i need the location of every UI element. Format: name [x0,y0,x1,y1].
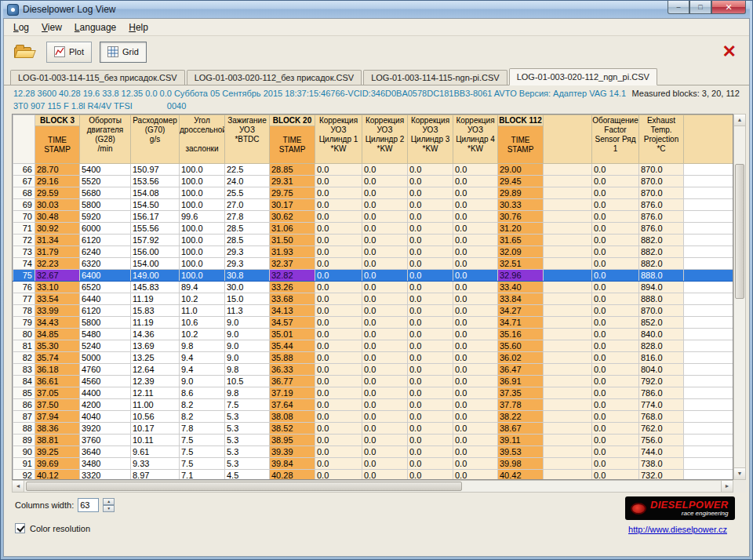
grid-corner-cell[interactable] [13,115,35,164]
grid-cell[interactable] [684,164,734,176]
column-header-5[interactable]: BLOCK 20TIME STAMP [270,115,315,164]
row-number-cell[interactable]: 68 [13,187,35,199]
column-header-10[interactable]: BLOCK 112TIME STAMP [498,115,544,164]
grid-cell[interactable]: 0.0 [408,258,453,270]
grid-cell[interactable]: 33.68 [270,293,315,305]
grid-cell[interactable]: 40.28 [270,470,315,481]
grid-cell[interactable]: 32.37 [270,258,315,270]
tab-0[interactable]: LOG-01-003-114-115_без присадок.CSV [10,70,185,85]
grid-cell[interactable]: 37.19 [270,387,315,399]
row-number-cell[interactable]: 81 [13,340,35,352]
tab-3[interactable]: LOG-01-003-020-112_ngn_pi.CSV [509,68,657,85]
grid-cell[interactable]: 31.50 [270,235,315,246]
scroll-up-arrow[interactable]: ▲ [734,115,745,126]
grid-cell[interactable]: 33.10 [35,282,80,293]
grid-cell[interactable]: 0.0 [362,458,408,470]
grid-cell[interactable]: 30.48 [35,211,80,223]
grid-cell[interactable]: 5.3 [225,446,270,458]
grid-cell[interactable]: 7.5 [180,446,225,458]
grid-button[interactable]: Grid [100,42,147,63]
grid-cell[interactable]: 852.0 [639,317,684,329]
grid-cell[interactable]: 0.0 [408,387,453,399]
column-header-9[interactable]: Коррекция УОЗ Цилиндр 4 *KW [453,115,498,164]
grid-cell[interactable]: 28.85 [270,164,315,176]
grid-cell[interactable]: 27.0 [225,199,270,211]
grid-cell[interactable]: 876.0 [639,211,684,223]
grid-cell[interactable]: 0.0 [453,470,498,481]
column-header-4[interactable]: Зажигание УОЗ *BTDC [225,115,270,164]
grid-cell[interactable]: 0.0 [362,423,408,435]
grid-cell[interactable]: 30.03 [35,199,80,211]
grid-cell[interactable]: 774.0 [639,399,684,411]
grid-cell[interactable] [684,235,734,246]
grid-cell[interactable]: 25.5 [225,187,270,199]
grid-cell[interactable] [684,352,734,364]
grid-cell[interactable]: 5480 [80,329,131,340]
grid-cell[interactable]: 5680 [80,187,131,199]
grid-cell[interactable] [544,376,592,387]
horizontal-scroll-track[interactable] [24,481,721,492]
grid-cell[interactable]: 762.0 [639,423,684,435]
grid-cell[interactable]: 5.3 [225,458,270,470]
grid-cell[interactable] [544,187,592,199]
row-number-cell[interactable]: 88 [13,423,35,435]
grid-cell[interactable]: 154.00 [131,258,180,270]
grid-cell[interactable]: 15.0 [225,293,270,305]
grid-cell[interactable]: 0.0 [315,352,362,364]
grid-cell[interactable] [684,270,734,282]
grid-cell[interactable]: 0.0 [408,187,453,199]
grid-cell[interactable]: 34.27 [498,305,544,317]
grid-cell[interactable] [544,340,592,352]
row-number-cell[interactable]: 76 [13,282,35,293]
grid-cell[interactable]: 0.0 [315,235,362,246]
grid-cell[interactable]: 804.0 [639,364,684,376]
grid-cell[interactable] [544,258,592,270]
grid-cell[interactable]: 0.0 [315,446,362,458]
grid-cell[interactable]: 0.0 [315,376,362,387]
grid-cell[interactable]: 37.05 [35,387,80,399]
grid-cell[interactable]: 0.0 [453,270,498,282]
grid-cell[interactable]: 0.0 [362,164,408,176]
tab-1[interactable]: LOG-01-003-020-112_без присадок.CSV [187,70,362,85]
grid-cell[interactable]: 150.97 [131,164,180,176]
grid-cell[interactable]: 0.0 [362,293,408,305]
grid-cell[interactable]: 30.76 [498,211,544,223]
grid-cell[interactable]: 36.91 [498,376,544,387]
grid-cell[interactable]: 35.60 [498,340,544,352]
grid-row-89[interactable]: 8938.81376010.117.55.338.950.00.00.00.03… [13,435,734,446]
grid-cell[interactable]: 0.0 [453,458,498,470]
grid-cell[interactable]: 9.0 [225,317,270,329]
grid-cell[interactable]: 9.8 [180,340,225,352]
grid-cell[interactable]: 4200 [80,399,131,411]
grid-cell[interactable]: 0.0 [453,352,498,364]
grid-cell[interactable]: 10.17 [131,423,180,435]
grid-cell[interactable] [684,435,734,446]
grid-cell[interactable]: 5920 [80,211,131,223]
grid-cell[interactable]: 0.0 [592,270,639,282]
grid-cell[interactable]: 31.79 [35,246,80,258]
grid-cell[interactable] [684,458,734,470]
grid-cell[interactable]: 32.09 [498,246,544,258]
grid-cell[interactable]: 0.0 [315,282,362,293]
grid-cell[interactable]: 11.00 [131,399,180,411]
grid-cell[interactable]: 0.0 [592,340,639,352]
grid-cell[interactable] [684,258,734,270]
column-header-8[interactable]: Коррекция УОЗ Цилиндр 3 *KW [408,115,453,164]
grid-cell[interactable]: 0.0 [453,176,498,187]
grid-cell[interactable]: 4040 [80,411,131,423]
grid-cell[interactable]: 7.8 [180,423,225,435]
grid-cell[interactable]: 30.0 [225,282,270,293]
grid-row-83[interactable]: 8336.18476012.649.49.836.330.00.00.00.03… [13,364,734,376]
row-number-cell[interactable]: 75 [13,270,35,282]
grid-row-75[interactable]: 7532.676400149.00100.030.832.820.00.00.0… [13,270,734,282]
grid-cell[interactable]: 100.0 [180,164,225,176]
grid-cell[interactable]: 0.0 [453,423,498,435]
grid-cell[interactable]: 100.0 [180,270,225,282]
grid-cell[interactable]: 756.0 [639,435,684,446]
grid-cell[interactable]: 0.0 [362,364,408,376]
grid-cell[interactable]: 0.0 [453,329,498,340]
grid-cell[interactable]: 8.2 [180,399,225,411]
grid-cell[interactable]: 0.0 [315,223,362,235]
grid-cell[interactable]: 38.36 [35,423,80,435]
grid-cell[interactable] [544,458,592,470]
